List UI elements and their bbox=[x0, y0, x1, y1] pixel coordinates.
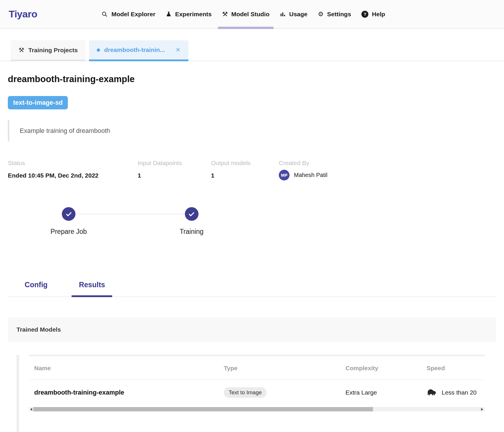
check-circle-icon bbox=[185, 207, 199, 221]
trained-models-body: Name Type Complexity Speed dreambooth-tr… bbox=[8, 355, 496, 413]
nav-label: Model Studio bbox=[231, 11, 270, 18]
step-label: Prepare Job bbox=[50, 228, 87, 236]
output-models-block: Output models 1 bbox=[211, 160, 279, 180]
hammer-wrench-icon: ⚒ bbox=[222, 11, 228, 17]
table-row[interactable]: dreambooth-training-example Text to Imag… bbox=[29, 380, 485, 406]
output-models-value: 1 bbox=[211, 172, 279, 179]
nav-label: Model Explorer bbox=[111, 11, 155, 18]
output-models-label: Output models bbox=[211, 160, 279, 167]
page-title: dreambooth-training-example bbox=[8, 74, 496, 84]
step-label: Training bbox=[180, 228, 203, 236]
creator-name: Mahesh Patil bbox=[294, 172, 327, 178]
table-header-row: Name Type Complexity Speed bbox=[29, 356, 485, 380]
model-name-cell: dreambooth-training-example bbox=[29, 380, 224, 406]
type-badge: Text to Image bbox=[224, 387, 267, 398]
speed-value: Less than 20 bbox=[442, 389, 476, 396]
step-training: Training bbox=[180, 207, 203, 236]
unsaved-dot-icon bbox=[97, 48, 100, 52]
scrollbar-thumb[interactable] bbox=[33, 407, 373, 411]
nav-item-usage[interactable]: Usage bbox=[280, 0, 308, 28]
trained-models-table-wrap: Name Type Complexity Speed dreambooth-tr… bbox=[29, 355, 485, 413]
main-nav: Model Explorer Experiments ⚒ Model Studi… bbox=[101, 0, 385, 28]
nav-item-model-explorer[interactable]: Model Explorer bbox=[101, 0, 155, 28]
nav-item-experiments[interactable]: Experiments bbox=[166, 0, 212, 28]
nav-label: Experiments bbox=[175, 11, 212, 18]
main-content: dreambooth-training-example text-to-imag… bbox=[0, 74, 504, 413]
search-icon bbox=[101, 11, 108, 17]
created-by-block: Created By MP Mahesh Patil bbox=[279, 160, 327, 180]
avatar: MP bbox=[279, 170, 290, 180]
status-value: Ended 10:45 PM, Dec 2nd, 2022 bbox=[8, 172, 138, 179]
scroll-left-icon[interactable] bbox=[30, 408, 32, 411]
model-speed-cell: Less than 20 bbox=[427, 380, 485, 406]
col-header-speed: Speed bbox=[427, 356, 485, 380]
col-header-name: Name bbox=[29, 356, 224, 380]
scroll-right-icon[interactable] bbox=[481, 408, 483, 411]
project-description: Example training of dreambooth bbox=[8, 120, 496, 142]
tab-dreambooth-training[interactable]: dreambooth-trainin... ✕ bbox=[89, 40, 188, 61]
input-datapoints-value: 1 bbox=[138, 172, 211, 179]
col-header-complexity: Complexity bbox=[345, 356, 427, 380]
section-left-strip bbox=[17, 355, 19, 432]
input-datapoints-block: Input Datapoints 1 bbox=[138, 160, 211, 180]
nav-label: Usage bbox=[289, 11, 308, 18]
close-icon[interactable]: ✕ bbox=[175, 46, 181, 53]
help-circle-icon: ? bbox=[361, 11, 368, 18]
tab-label: dreambooth-trainin... bbox=[104, 46, 165, 53]
check-circle-icon bbox=[62, 207, 76, 221]
tab-training-projects[interactable]: ⚒ Training Projects bbox=[11, 40, 85, 61]
created-by-label: Created By bbox=[279, 160, 327, 167]
brand-logo[interactable]: Tiyaro bbox=[9, 0, 37, 28]
creator: MP Mahesh Patil bbox=[279, 170, 327, 180]
meta-row: Status Ended 10:45 PM, Dec 2nd, 2022 Inp… bbox=[8, 160, 496, 180]
stepper-connector bbox=[78, 214, 186, 214]
job-stepper: Prepare Job Training bbox=[8, 207, 496, 246]
document-tab-bar: ⚒ Training Projects dreambooth-trainin..… bbox=[0, 40, 504, 61]
tab-config[interactable]: Config bbox=[17, 281, 55, 297]
nav-item-settings[interactable]: ⚙ Settings bbox=[318, 0, 351, 28]
horizontal-scrollbar[interactable] bbox=[29, 407, 485, 411]
model-complexity-cell: Extra Large bbox=[345, 380, 427, 406]
detail-tab-bar: Config Results bbox=[8, 281, 496, 297]
section-title: Trained Models bbox=[17, 326, 61, 333]
flask-icon bbox=[166, 11, 172, 17]
tab-results[interactable]: Results bbox=[72, 281, 112, 297]
hammer-wrench-icon: ⚒ bbox=[19, 47, 24, 53]
nav-item-help[interactable]: ? Help bbox=[361, 0, 385, 28]
tab-label: Training Projects bbox=[28, 47, 78, 54]
nav-label: Help bbox=[372, 11, 385, 18]
col-header-type: Type bbox=[224, 356, 345, 380]
model-type-cell: Text to Image bbox=[224, 380, 345, 406]
input-datapoints-label: Input Datapoints bbox=[138, 160, 211, 167]
gear-icon: ⚙ bbox=[318, 11, 324, 17]
nav-label: Settings bbox=[327, 11, 351, 18]
status-block: Status Ended 10:45 PM, Dec 2nd, 2022 bbox=[8, 160, 138, 180]
step-prepare-job: Prepare Job bbox=[50, 207, 87, 236]
trained-models-table: Name Type Complexity Speed dreambooth-tr… bbox=[29, 356, 485, 405]
trained-models-header: Trained Models bbox=[8, 317, 496, 342]
status-label: Status bbox=[8, 160, 138, 167]
nav-item-model-studio[interactable]: ⚒ Model Studio bbox=[222, 0, 270, 28]
app-header: Tiyaro Model Explorer Experiments ⚒ Mode… bbox=[0, 0, 504, 29]
elephant-icon bbox=[427, 388, 438, 397]
bar-chart-icon bbox=[280, 11, 286, 17]
nav-active-indicator bbox=[218, 27, 274, 29]
task-type-badge: text-to-image-sd bbox=[8, 96, 68, 109]
